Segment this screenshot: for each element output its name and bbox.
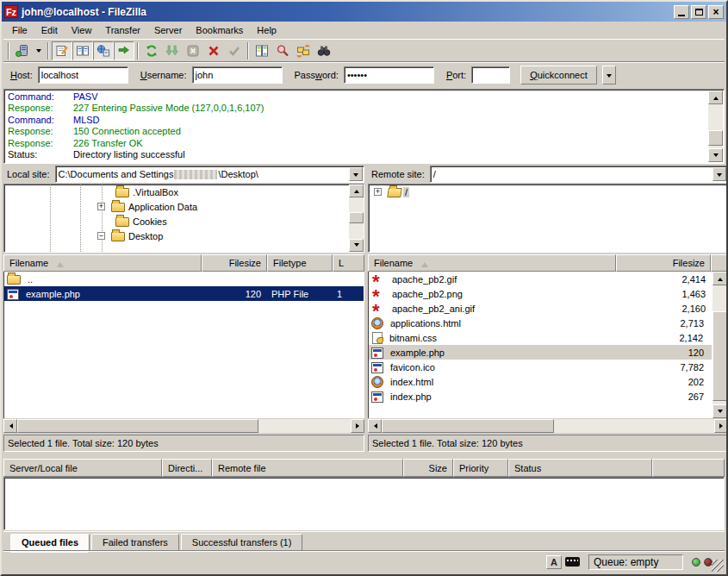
remote-site-dropdown[interactable] (712, 167, 726, 181)
local-site-combo[interactable]: C:\Documents and Settings\Desktop\ (55, 166, 364, 183)
tree-item-virtualbox[interactable]: .VirtualBox (4, 185, 364, 199)
cancel-operation-button[interactable] (183, 41, 203, 60)
quickconnect-dropdown[interactable] (602, 66, 616, 85)
file-row[interactable]: applications.html 2,713 (369, 316, 712, 330)
queue-list[interactable] (3, 477, 725, 530)
refresh-button[interactable] (141, 41, 162, 60)
remote-file-list[interactable]: apache_pb2.gif 2,414 apache_pb2.png 1,46… (368, 272, 712, 418)
column-filename[interactable]: Filename (3, 254, 202, 272)
scroll-thumb[interactable] (17, 419, 258, 433)
column-status[interactable]: Status (508, 459, 652, 477)
maximize-button[interactable] (691, 5, 706, 19)
resize-grip[interactable] (712, 560, 724, 572)
username-input[interactable] (192, 66, 283, 84)
data-type-indicator-icon[interactable]: A (546, 555, 562, 569)
speed-limit-indicator-icon[interactable] (565, 557, 580, 567)
tab-failed-transfers[interactable]: Failed transfers (91, 534, 179, 551)
find-files-button[interactable] (314, 41, 334, 60)
scroll-right-button[interactable] (714, 419, 728, 433)
expand-icon[interactable]: + (374, 188, 382, 196)
scroll-down-button[interactable] (708, 148, 723, 162)
scroll-thumb[interactable] (712, 311, 727, 401)
log-scrollbar[interactable] (708, 91, 723, 162)
file-row-example-php[interactable]: example.php 120 (369, 345, 712, 360)
column-server-local-file[interactable]: Server/Local file (3, 459, 162, 477)
tab-successful-transfers[interactable]: Successful transfers (1) (181, 534, 303, 551)
collapse-icon[interactable]: − (97, 232, 105, 240)
column-filesize[interactable]: Filesize (616, 254, 711, 272)
scroll-thumb[interactable] (708, 130, 723, 146)
local-tree-scrollbar[interactable] (349, 185, 364, 252)
toggle-message-log-button[interactable] (52, 41, 72, 60)
file-row[interactable]: index.html 202 (369, 374, 712, 389)
menu-transfer[interactable]: Transfer (98, 22, 147, 38)
column-direction[interactable]: Directi... (162, 459, 212, 477)
scroll-left-button[interactable] (368, 419, 382, 433)
scroll-left-button[interactable] (3, 419, 17, 433)
scroll-up-button[interactable] (708, 91, 723, 104)
scroll-up-button[interactable] (712, 272, 727, 285)
directory-comparison-button[interactable] (252, 41, 272, 60)
local-site-dropdown[interactable] (349, 167, 363, 181)
file-row[interactable]: apache_pb2.png 1,463 (369, 286, 712, 301)
site-manager-button[interactable] (12, 41, 33, 60)
file-row[interactable]: apache_pb2_ani.gif 2,160 (369, 301, 712, 316)
local-hscrollbar[interactable] (3, 419, 364, 433)
folder-icon (115, 188, 129, 197)
password-input[interactable] (344, 66, 434, 84)
log-line: Response:226 Transfer OK (8, 138, 706, 149)
local-tree[interactable]: .VirtualBox + Application Data Cookies −… (3, 184, 364, 253)
scroll-up-button[interactable] (349, 185, 364, 197)
menu-server[interactable]: Server (147, 22, 189, 38)
local-site-label: Local site: (3, 169, 55, 179)
quickconnect-button[interactable]: Quickconnect (520, 66, 597, 85)
remote-site-combo[interactable]: / (430, 166, 728, 183)
column-last-modified[interactable]: L (333, 254, 364, 272)
toggle-queue-button[interactable] (114, 41, 134, 60)
file-row-example-php[interactable]: example.php 120 PHP File 1 (4, 286, 364, 301)
file-row-parent-dir[interactable]: .. (4, 272, 364, 286)
tree-item-root[interactable]: + / (369, 185, 727, 199)
scroll-right-button[interactable] (351, 419, 364, 433)
toggle-local-tree-button[interactable] (72, 41, 93, 60)
column-priority[interactable]: Priority (453, 459, 508, 477)
reconnect-button[interactable] (224, 41, 245, 60)
toggle-remote-tree-button[interactable] (93, 41, 114, 60)
filter-button[interactable] (272, 41, 293, 60)
local-file-list[interactable]: .. example.php 120 PHP File 1 (3, 272, 364, 418)
column-remote-file[interactable]: Remote file (212, 459, 403, 477)
column-filesize[interactable]: Filesize (202, 254, 267, 272)
remote-hscrollbar[interactable] (368, 419, 728, 433)
menu-view[interactable]: View (65, 22, 99, 38)
host-input[interactable] (38, 66, 128, 84)
file-row[interactable]: apache_pb2.gif 2,414 (369, 272, 712, 286)
message-log[interactable]: Command:PASV Response:227 Entering Passi… (3, 89, 725, 164)
minimize-button[interactable] (674, 5, 689, 19)
column-filename[interactable]: Filename (368, 254, 616, 272)
menu-edit[interactable]: Edit (34, 22, 65, 38)
file-row[interactable]: bitnami.css 2,142 (369, 330, 712, 345)
file-row[interactable]: index.php 267 (369, 389, 712, 404)
scroll-thumb[interactable] (382, 419, 554, 433)
column-filetype[interactable]: Filetype (267, 254, 333, 272)
scroll-down-button[interactable] (712, 404, 727, 418)
tree-item-desktop[interactable]: − Desktop (4, 229, 364, 243)
disconnect-button[interactable] (203, 41, 224, 60)
file-row[interactable]: favicon.ico 7,782 (369, 360, 712, 374)
site-manager-dropdown[interactable] (33, 41, 45, 60)
close-button[interactable]: × (708, 5, 724, 19)
menu-bookmarks[interactable]: Bookmarks (189, 22, 250, 38)
scroll-thumb[interactable] (349, 212, 364, 223)
tree-item-application-data[interactable]: + Application Data (4, 199, 364, 214)
expand-icon[interactable]: + (97, 203, 105, 210)
remote-list-scrollbar[interactable] (712, 272, 727, 418)
menu-file[interactable]: File (5, 22, 34, 38)
scroll-down-button[interactable] (349, 239, 364, 252)
tree-item-cookies[interactable]: Cookies (4, 214, 364, 229)
process-queue-button[interactable] (162, 41, 183, 60)
synchronized-browsing-button[interactable] (293, 41, 314, 60)
remote-tree[interactable]: + / (368, 184, 728, 253)
port-input[interactable] (471, 66, 510, 84)
column-size[interactable]: Size (403, 459, 453, 477)
menu-help[interactable]: Help (250, 22, 283, 38)
